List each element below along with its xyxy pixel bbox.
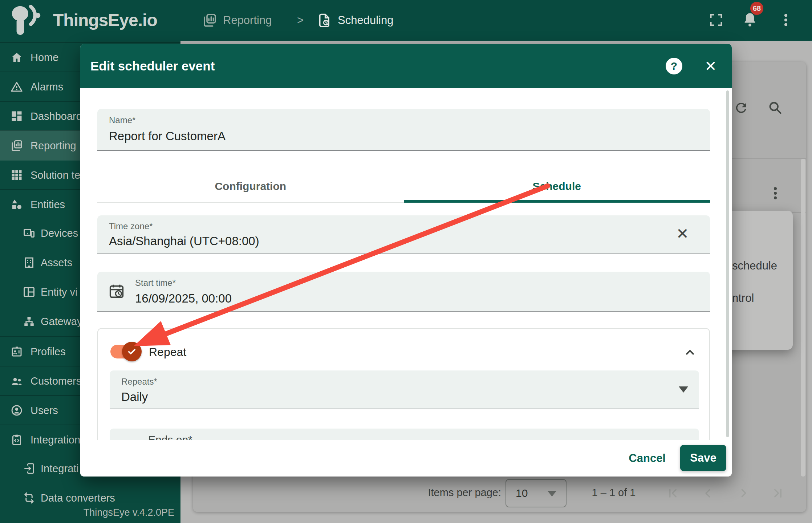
sidebar-item-label: Integrati xyxy=(41,454,79,483)
tab-configuration[interactable]: Configuration xyxy=(97,171,404,202)
sidebar-item-label: Devices xyxy=(41,219,78,248)
sidebar-item-label: Dashboard xyxy=(31,102,82,131)
table-scrollbar[interactable] xyxy=(801,159,805,477)
sidebar-item-label: Gateway xyxy=(41,307,82,336)
sidebar-item-label: Solution te xyxy=(31,161,80,190)
notification-count-badge: 68 xyxy=(750,2,763,15)
page-size-caret-icon xyxy=(548,491,556,496)
first-page-icon[interactable] xyxy=(666,487,679,500)
breadcrumb-reporting[interactable]: Reporting xyxy=(223,0,272,41)
integration-sub-icon xyxy=(23,462,36,475)
breadcrumb-scheduling[interactable]: Scheduling xyxy=(338,0,393,41)
repeats-value[interactable]: Daily xyxy=(121,390,148,404)
entities-icon xyxy=(10,198,23,211)
dialog-scrollbar[interactable] xyxy=(726,90,729,437)
sidebar-item-label: Integration xyxy=(31,425,80,455)
alarm-icon xyxy=(10,80,23,93)
row-more-vert-icon[interactable] xyxy=(767,185,783,201)
repeats-dropdown-caret-icon xyxy=(679,386,688,393)
page-size-value: 10 xyxy=(516,480,528,507)
pagination-range: 1 – 1 of 1 xyxy=(581,487,646,499)
devices-icon xyxy=(23,227,36,240)
ends-on-field[interactable]: Ends on* xyxy=(110,429,699,440)
sidebar-item-label: Users xyxy=(31,396,58,425)
timezone-value[interactable]: Asia/Shanghai (UTC+08:00) xyxy=(109,234,259,248)
logo-text[interactable]: ThingsEye.io xyxy=(53,0,157,41)
app-header: ThingsEye.io Reporting > Scheduling xyxy=(0,0,812,41)
menu-item-control[interactable]: ntrol xyxy=(732,292,754,305)
thingseye-logo-icon[interactable] xyxy=(9,4,44,38)
repeat-toggle-thumb xyxy=(122,342,142,361)
start-time-label: Start time* xyxy=(135,278,176,288)
sidebar-item-label: Entities xyxy=(31,190,65,219)
assets-icon xyxy=(23,256,36,269)
reporting-icon xyxy=(10,139,23,152)
last-page-icon[interactable] xyxy=(771,487,784,500)
repeat-section: Repeat Repeats* Daily Ends on* xyxy=(97,328,710,440)
header-more-vert-icon[interactable] xyxy=(778,12,794,28)
repeats-label: Repeats* xyxy=(121,377,157,387)
sidebar-item-label: Profiles xyxy=(31,337,66,366)
help-icon[interactable]: ? xyxy=(666,58,682,74)
active-tab-indicator xyxy=(404,200,710,203)
data-converters-icon xyxy=(23,491,36,504)
integrations-icon xyxy=(10,433,23,446)
prev-page-icon[interactable] xyxy=(702,487,715,500)
solution-templates-icon xyxy=(10,169,23,182)
gateway-icon xyxy=(23,315,36,328)
sidebar-item-label: Alarms xyxy=(31,72,63,102)
sidebar-item-label: Entity vi xyxy=(41,277,78,307)
refresh-icon[interactable] xyxy=(734,100,749,115)
scheduling-breadcrumb-icon xyxy=(317,13,332,28)
sidebar-item-label: Reporting xyxy=(31,131,76,161)
dialog-content: Name* Report for CustomerA Configuration… xyxy=(80,88,732,440)
app-version: ThingsEye v.4.2.0PE xyxy=(84,507,174,518)
reporting-breadcrumb-icon xyxy=(202,13,217,28)
dialog-title: Edit scheduler event xyxy=(90,44,215,88)
repeats-select[interactable]: Repeats* Daily xyxy=(110,370,699,409)
dialog-tabs: Configuration Schedule xyxy=(97,171,710,203)
fullscreen-icon[interactable] xyxy=(708,12,724,28)
breadcrumb-separator: > xyxy=(297,0,304,41)
tab-schedule[interactable]: Schedule xyxy=(404,171,710,202)
sidebar-item-label: Home xyxy=(31,43,58,72)
dialog-header: Edit scheduler event ? ✕ xyxy=(80,44,732,88)
close-icon[interactable]: ✕ xyxy=(700,44,722,88)
repeat-toggle[interactable] xyxy=(110,345,139,358)
name-label: Name* xyxy=(109,115,135,125)
repeat-label: Repeat xyxy=(149,345,186,358)
start-time-value[interactable]: 16/09/2025, 00:00 xyxy=(135,292,232,305)
dashboard-icon xyxy=(10,110,23,123)
calendar-clock-icon[interactable] xyxy=(108,283,125,300)
start-time-field[interactable]: Start time* 16/09/2025, 00:00 xyxy=(97,272,710,312)
dialog-footer: Cancel Save xyxy=(80,440,732,477)
screen: schedule ntrol Items per page: 10 1 – 1 … xyxy=(0,0,812,523)
customers-icon xyxy=(10,374,23,388)
profiles-icon xyxy=(10,345,23,358)
next-page-icon[interactable] xyxy=(737,487,750,500)
home-icon xyxy=(10,51,23,64)
sidebar-item-label: Customers xyxy=(31,366,81,396)
name-value[interactable]: Report for CustomerA xyxy=(109,129,226,143)
edit-scheduler-event-dialog: Edit scheduler event ? ✕ Name* Report fo… xyxy=(80,44,732,477)
name-field[interactable]: Name* Report for CustomerA xyxy=(97,109,710,151)
sidebar-item-label: Assets xyxy=(41,248,72,277)
page-size-select[interactable]: 10 xyxy=(506,479,567,507)
timezone-clear-icon[interactable]: ✕ xyxy=(676,225,689,243)
entity-views-icon xyxy=(23,285,36,299)
cancel-button[interactable]: Cancel xyxy=(629,449,666,468)
users-icon xyxy=(10,404,23,417)
timezone-field[interactable]: Time zone* Asia/Shanghai (UTC+08:00) ✕ xyxy=(97,215,710,254)
timezone-label: Time zone* xyxy=(109,221,153,231)
items-per-page-label: Items per page: xyxy=(421,487,501,499)
collapse-chevron-up-icon[interactable] xyxy=(683,345,697,359)
menu-item-schedule[interactable]: schedule xyxy=(732,259,777,272)
save-button[interactable]: Save xyxy=(680,445,726,471)
ends-on-label: Ends on* xyxy=(148,434,192,440)
search-icon[interactable] xyxy=(767,100,783,115)
